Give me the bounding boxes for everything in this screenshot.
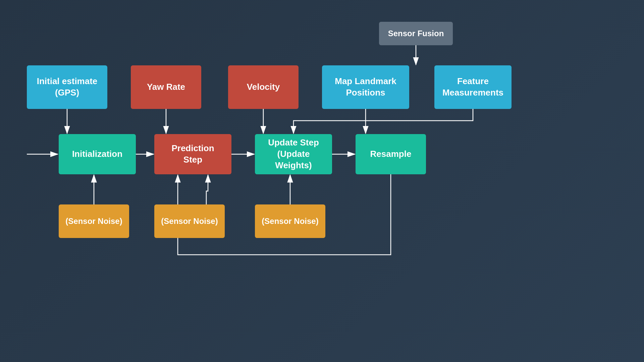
sensor-noise-1-box: (Sensor Noise)	[59, 204, 129, 238]
feature-measurements-box: Feature Measurements	[434, 65, 512, 109]
sensor-noise-3-box: (Sensor Noise)	[255, 204, 325, 238]
prediction-step-box: Prediction Step	[154, 134, 231, 174]
velocity-box: Velocity	[228, 65, 299, 109]
update-step-box: Update Step (Update Weights)	[255, 134, 332, 174]
arrow-noise2-pred-right	[206, 175, 208, 204]
sensor-fusion-box: Sensor Fusion	[379, 22, 453, 45]
initialization-box: Initialization	[59, 134, 136, 174]
yaw-rate-box: Yaw Rate	[131, 65, 201, 109]
initial-estimate-box: Initial estimate (GPS)	[27, 65, 107, 109]
sensor-noise-2-box: (Sensor Noise)	[154, 204, 225, 238]
map-landmark-box: Map Landmark Positions	[322, 65, 409, 109]
arrows-svg	[0, 0, 644, 362]
arrow-feature-update	[293, 109, 473, 133]
resample-box: Resample	[356, 134, 426, 174]
diagram-container: Sensor Fusion Initial estimate (GPS) Yaw…	[0, 0, 644, 362]
